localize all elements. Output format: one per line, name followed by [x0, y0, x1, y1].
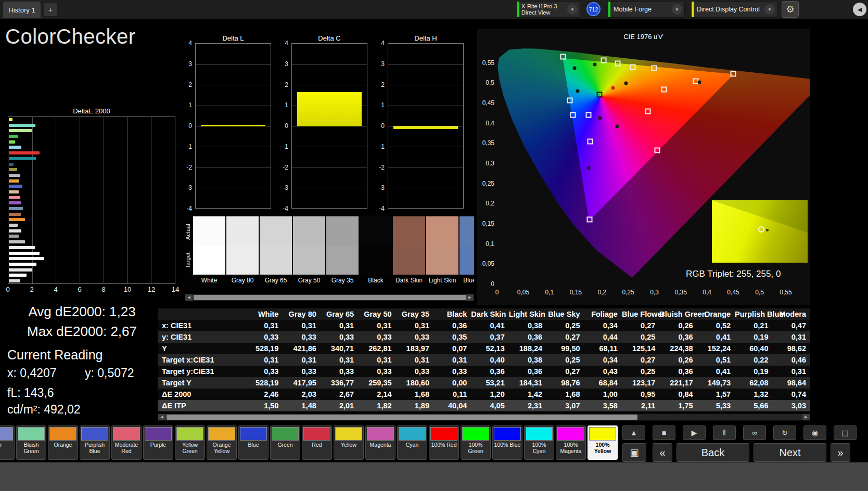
table-cell: 528,19 [245, 377, 283, 389]
table-cell: 0,07 [433, 343, 471, 354]
delta-l-chart: Delta L 43210-1-2-3-4 [177, 31, 271, 218]
palette-button[interactable]: 100% Red [429, 425, 459, 460]
palette-button[interactable]: Yellow Green [175, 425, 205, 460]
deltae-tick-label: 2 [30, 286, 33, 293]
table-cell: 1,68 [396, 389, 433, 400]
table-cell: 0,19 [735, 331, 772, 343]
table-body: x: CIE310,310,310,310,310,310,360,410,38… [158, 320, 810, 411]
cie-target-marker [654, 148, 660, 153]
lch-gridline [292, 64, 367, 65]
palette-button[interactable]: Purple [143, 425, 173, 460]
back-button[interactable]: Back [676, 443, 749, 462]
source-dropdown[interactable]: Mobile Forge ▼ [608, 1, 685, 18]
table-cell: 125,14 [622, 343, 659, 354]
swatch-label: Blue Sky [459, 277, 474, 284]
collapse-up-button[interactable]: ▲ [622, 425, 645, 440]
display-window-button[interactable]: ▣ [622, 443, 646, 462]
palette-button[interactable]: 100% Blue [492, 425, 522, 460]
table-row: x: CIE310,310,310,310,310,310,360,410,38… [158, 320, 810, 331]
deltae-tick-label: 4 [54, 286, 57, 293]
table-cell: 0,31 [396, 354, 433, 366]
lch-tick-label: 3 [381, 60, 385, 68]
table-cell: 68,84 [584, 377, 622, 389]
chevron-down-icon[interactable]: ▼ [672, 4, 682, 15]
palette-button[interactable]: Green [270, 425, 300, 460]
delta-h-chart: Delta H 43210-1-2-3-4 [370, 31, 464, 218]
palette-button[interactable]: 100% Yellow [588, 425, 618, 460]
palette-button[interactable]: Yellow [334, 425, 364, 460]
pause-button[interactable]: ‖ [713, 425, 736, 440]
lch-tick-label: -4 [186, 205, 192, 212]
deltae-bar [9, 279, 20, 282]
meter-dropdown[interactable]: X-Rite i1Pro 3 Direct View ▼ [517, 1, 580, 18]
target-row-label: Target [185, 247, 192, 275]
reading-x: x: 0,4207 [7, 366, 57, 380]
table-cell: 3,58 [584, 400, 622, 411]
table-scrollbar[interactable]: ◀ ▶ [158, 414, 810, 421]
table-cell: 2,11 [622, 400, 659, 411]
palette-button[interactable]: 100% Cyan [524, 425, 554, 460]
next-page-button[interactable]: » [831, 443, 850, 462]
lch-tick-label: -3 [379, 184, 385, 191]
gear-icon[interactable]: ⚙ [782, 1, 799, 18]
palette-button[interactable]: Cyan [397, 425, 427, 460]
palette-button[interactable]: 100% Green [461, 425, 491, 460]
table-cell: 53,21 [471, 377, 508, 389]
layout-button[interactable]: ▤ [834, 425, 857, 440]
palette-button[interactable]: Blue [238, 425, 269, 460]
next-button[interactable]: Next [754, 443, 826, 462]
palette-button[interactable]: Orange Yellow [207, 425, 237, 460]
palette-button[interactable]: 100% Magenta [556, 425, 586, 460]
tab-label: History 1 [8, 6, 35, 14]
delta-c-ylabels: 43210-1-2-3-4 [274, 43, 288, 209]
lch-tick-label: -1 [186, 143, 192, 150]
scroll-left-icon[interactable]: ◀ [158, 414, 165, 420]
scroll-left-icon[interactable]: ◀ [185, 294, 193, 301]
stop-button[interactable]: ■ [653, 425, 675, 440]
chevron-down-icon[interactable]: ▼ [764, 4, 775, 15]
swatch-scrollbar[interactable]: ◀ ▶ [185, 294, 474, 301]
tab-history-1[interactable]: History 1 [3, 2, 41, 18]
table-cell: 52,13 [471, 343, 508, 354]
prev-page-button[interactable]: « [653, 443, 672, 462]
palette-swatch [81, 427, 108, 441]
table-cell: 0,41 [697, 366, 735, 377]
palette-button[interactable]: Purplish Blue [80, 425, 110, 460]
deltae-bar [9, 274, 27, 277]
table-cell: 0,36 [659, 366, 697, 377]
record-button[interactable]: ◉ [803, 425, 826, 440]
palette-button[interactable]: Moderate Red [111, 425, 142, 460]
cie-title: CIE 1976 u'v' [477, 33, 810, 41]
play-button[interactable]: ▶ [683, 425, 706, 440]
table-cell: 0,26 [659, 354, 697, 366]
scroll-right-icon[interactable]: ▶ [466, 294, 474, 301]
cie-y-tick-label: 0,25 [477, 180, 494, 187]
deltae-bar [9, 224, 18, 227]
palette-button[interactable]: Bluish Green [16, 425, 46, 460]
collapse-panel-icon[interactable]: ◀ [853, 3, 866, 16]
lch-gridline [292, 167, 367, 167]
scroll-right-icon[interactable]: ▶ [802, 414, 810, 420]
display-control-label: Direct Display Control [694, 6, 764, 13]
scrollbar-thumb[interactable] [167, 415, 637, 420]
table-cell: 1,20 [471, 389, 508, 400]
chevron-down-icon[interactable]: ▼ [567, 4, 578, 15]
table-row: Target y:CIE310,330,330,330,330,330,330,… [158, 366, 810, 377]
scrollbar-thumb[interactable] [194, 295, 466, 300]
palette-button[interactable]: er [0, 425, 15, 460]
table-cell: 5,66 [735, 400, 772, 411]
table-cell: 0,27 [622, 354, 659, 366]
palette-swatch [272, 427, 299, 441]
display-control-dropdown[interactable]: Direct Display Control ▼ [691, 1, 777, 18]
palette-button[interactable]: Magenta [365, 425, 395, 460]
palette-button[interactable]: Orange [48, 425, 78, 460]
loop-button[interactable]: ↻ [773, 425, 796, 440]
swatch-actual [260, 216, 292, 246]
add-tab-button[interactable]: + [44, 3, 57, 16]
swatch-actual [326, 216, 359, 246]
palette-button[interactable]: Red [302, 425, 332, 460]
continuous-button[interactable]: ∞ [743, 425, 766, 440]
swatch-target [293, 246, 325, 275]
cie-target-marker [601, 58, 606, 63]
delta-h-title: Delta H [388, 34, 464, 42]
